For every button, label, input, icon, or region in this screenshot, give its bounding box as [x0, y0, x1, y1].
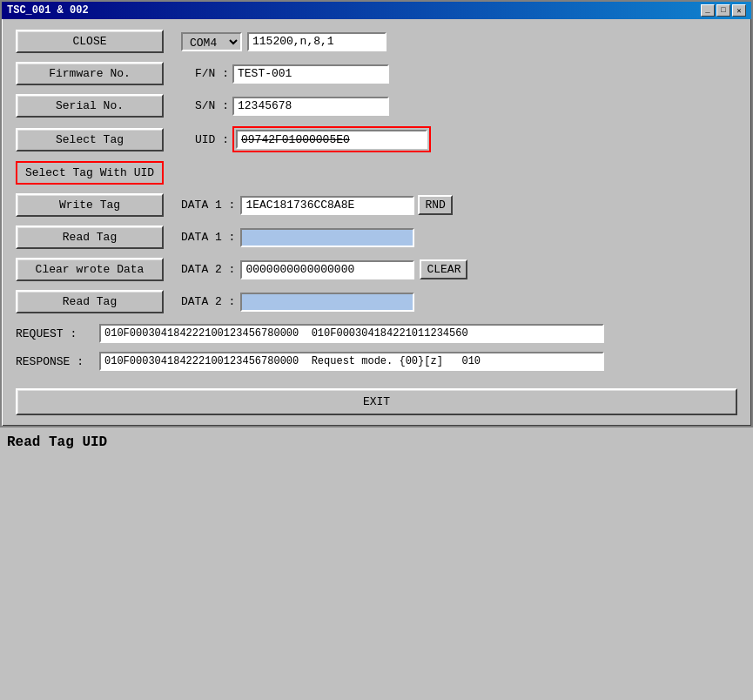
- fn-field[interactable]: [232, 64, 389, 84]
- uid-field[interactable]: [236, 130, 427, 149]
- data1-write-field[interactable]: [240, 196, 414, 215]
- read-tag2-row: Read Tag DATA 2 :: [16, 290, 737, 313]
- rnd-button[interactable]: RND: [418, 195, 452, 215]
- uid-label: UID :: [181, 133, 229, 146]
- sn-label: S/N :: [181, 99, 229, 112]
- clear-button[interactable]: CLEAR: [420, 259, 467, 279]
- data2-clear-field[interactable]: [240, 260, 414, 279]
- data1-read-field[interactable]: [240, 228, 414, 247]
- data2-read-field[interactable]: [240, 293, 414, 312]
- fn-label: F/N :: [181, 67, 229, 80]
- write-tag-row: Write Tag DATA 1 : RND: [16, 193, 737, 217]
- close-row: CLOSE COM4: [16, 30, 737, 53]
- data2-clear-label: DATA 2 :: [181, 263, 235, 276]
- close-window-button[interactable]: ✕: [732, 4, 746, 17]
- sn-field[interactable]: [232, 97, 389, 116]
- read-tag1-button[interactable]: Read Tag: [16, 225, 164, 249]
- maximize-button[interactable]: □: [716, 4, 730, 17]
- request-field[interactable]: [99, 324, 604, 343]
- select-tag-row: Select Tag UID :: [16, 126, 737, 152]
- data1-read-label: DATA 1 :: [181, 231, 235, 244]
- main-window: TSC_001 & 002 _ □ ✕ CLOSE COM4 Firmware …: [0, 0, 753, 427]
- clear-wrote-button[interactable]: Clear wrote Data: [16, 258, 164, 281]
- baud-rate-field[interactable]: [247, 32, 387, 51]
- data1-write-label: DATA 1 :: [181, 199, 235, 212]
- select-uid-row: Select Tag With UID: [16, 161, 737, 185]
- read-tag1-row: Read Tag DATA 1 :: [16, 225, 737, 249]
- data2-read-label: DATA 2 :: [181, 295, 235, 308]
- window-title: TSC_001 & 002: [7, 4, 89, 17]
- main-content: CLOSE COM4 Firmware No. F/N : Serial No.…: [2, 19, 751, 426]
- read-tag2-button[interactable]: Read Tag: [16, 290, 164, 313]
- select-uid-button[interactable]: Select Tag With UID: [16, 161, 164, 185]
- uid-box: [232, 126, 431, 152]
- request-row: REQUEST :: [16, 324, 737, 343]
- response-field[interactable]: [99, 352, 604, 371]
- request-label: REQUEST :: [16, 327, 94, 340]
- serial-button[interactable]: Serial No.: [16, 94, 164, 118]
- close-button[interactable]: CLOSE: [16, 30, 164, 53]
- write-tag-button[interactable]: Write Tag: [16, 193, 164, 217]
- exit-button[interactable]: EXIT: [16, 388, 737, 415]
- serial-row: Serial No. S/N :: [16, 94, 737, 118]
- clear-wrote-row: Clear wrote Data DATA 2 : CLEAR: [16, 258, 737, 281]
- firmware-row: Firmware No. F/N :: [16, 62, 737, 85]
- footer-label: Read Tag UID: [0, 427, 753, 454]
- minimize-button[interactable]: _: [701, 4, 715, 17]
- title-bar-buttons: _ □ ✕: [701, 4, 746, 17]
- title-bar: TSC_001 & 002 _ □ ✕: [2, 2, 751, 19]
- firmware-button[interactable]: Firmware No.: [16, 62, 164, 85]
- com-port-select[interactable]: COM4: [181, 32, 242, 51]
- response-label: RESPONSE :: [16, 355, 94, 368]
- response-row: RESPONSE :: [16, 352, 737, 371]
- select-tag-button[interactable]: Select Tag: [16, 128, 164, 151]
